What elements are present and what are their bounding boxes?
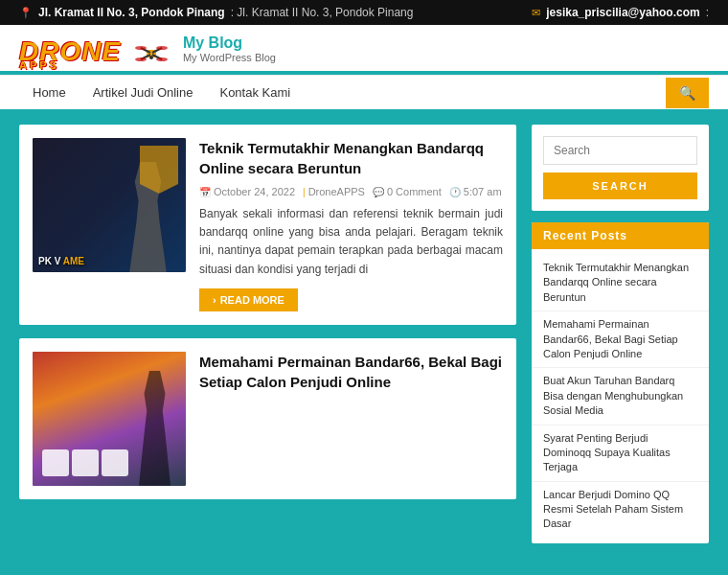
mail-icon — [532, 6, 540, 19]
search-input[interactable] — [543, 136, 697, 165]
post-content-1: Teknik Termutakhir Menangkan Bandarqq On… — [199, 138, 503, 311]
svg-point-8 — [156, 58, 168, 61]
post-comments-1: 💬 0 Comment — [373, 186, 442, 197]
post-title-1[interactable]: Teknik Termutakhir Menangkan Bandarqq On… — [199, 138, 503, 178]
thumbnail-image-1: PK V AME — [33, 138, 186, 272]
nav-home[interactable]: Home — [19, 76, 80, 109]
nav-artikel[interactable]: Artikel Judi Online — [80, 76, 207, 109]
calendar-icon: 📅 — [199, 187, 211, 197]
clock-icon: 🕐 — [449, 187, 461, 197]
post-excerpt-1: Banyak sekali informasi dan referensi te… — [199, 205, 503, 279]
thumb-label-1: PK V AME — [38, 256, 84, 266]
recent-post-item[interactable]: Lancar Berjudi Domino QQ Resmi Setelah P… — [532, 482, 709, 538]
search-widget-body: SEaRcH — [532, 125, 709, 211]
post-thumbnail: PK V AME — [33, 138, 186, 272]
svg-point-9 — [149, 56, 153, 59]
post-card: PK V AME Teknik Termutakhir Menangkan Ba… — [19, 125, 516, 325]
post-thumbnail-2 — [33, 352, 186, 486]
sidebar: SEaRcH Recent Posts Teknik Termutakhir M… — [532, 125, 709, 543]
nav-search-button[interactable]: 🔍 — [666, 78, 709, 108]
recent-post-item[interactable]: Memahami Permainan Bandar66, Bekal Bagi … — [532, 311, 709, 368]
recent-post-item[interactable]: Teknik Termutakhir Menangkan Bandarqq On… — [532, 255, 709, 311]
read-more-button-1[interactable]: › READ MORE — [199, 288, 298, 311]
search-button[interactable]: SEaRcH — [543, 172, 697, 199]
nav-kontak[interactable]: Kontak Kami — [206, 76, 304, 109]
svg-point-6 — [156, 46, 168, 50]
email-bold: jesika_priscilia@yahoo.com — [546, 6, 699, 19]
arrow-icon: › — [213, 294, 216, 306]
nav-bar: Home Artikel Judi Online Kontak Kami 🔍 — [0, 75, 728, 109]
recent-post-item[interactable]: Syarat Penting Berjudi Dominoqq Supaya K… — [532, 426, 709, 482]
blog-title[interactable]: My Blog — [183, 34, 276, 52]
post-card-2: Memahami Permainan Bandar66, Bekal Bagi … — [19, 338, 516, 499]
dice-1 — [42, 449, 69, 476]
dice-decoration — [42, 449, 128, 476]
user-icon: | — [303, 187, 306, 197]
address-bold: Jl. Kramat II No. 3, Pondok Pinang — [38, 6, 225, 19]
dice-2 — [72, 449, 99, 476]
logo-area: DRONE — [19, 36, 709, 71]
dice-3 — [102, 449, 128, 476]
post-date-1: 📅 October 24, 2022 — [199, 186, 295, 197]
address-info: Jl. Kramat II No. 3, Pondok Pinang : Jl.… — [19, 6, 413, 19]
logo[interactable]: DRONE — [19, 36, 170, 71]
email-rest: : — [706, 6, 709, 19]
thumbnail-image-2 — [33, 352, 186, 486]
email-info: jesika_priscilia@yahoo.com : — [532, 6, 709, 19]
post-time-1: 🕐 5:07 am — [449, 186, 502, 197]
site-header: DRONE — [0, 25, 728, 71]
blog-subtitle: My WordPress Blog — [183, 52, 276, 63]
drone-icon — [133, 36, 170, 67]
post-author-1: | DroneAPPS — [303, 186, 365, 197]
svg-point-5 — [135, 46, 147, 50]
post-meta-1: 📅 October 24, 2022 | DroneAPPS 💬 0 Comme… — [199, 186, 503, 197]
post-content-2: Memahami Permainan Bandar66, Bekal Bagi … — [199, 352, 503, 486]
recent-posts-list: Teknik Termutakhir Menangkan Bandarqq On… — [532, 249, 709, 543]
comment-icon: 💬 — [373, 187, 384, 197]
post-title-2[interactable]: Memahami Permainan Bandar66, Bekal Bagi … — [199, 352, 503, 392]
search-widget: SEaRcH — [532, 125, 709, 211]
top-bar: Jl. Kramat II No. 3, Pondok Pinang : Jl.… — [0, 0, 728, 25]
posts-column: PK V AME Teknik Termutakhir Menangkan Ba… — [19, 125, 516, 543]
pin-icon — [19, 6, 33, 19]
address-rest: : Jl. Kramat II No. 3, Pondok Pinang — [231, 6, 414, 19]
svg-point-7 — [135, 58, 147, 61]
nav-links: Home Artikel Judi Online Kontak Kami — [19, 76, 304, 109]
recent-posts-title: Recent Posts — [532, 222, 709, 249]
recent-post-item[interactable]: Buat Akun Taruhan Bandarq Bisa dengan Me… — [532, 368, 709, 425]
recent-posts-widget: Recent Posts Teknik Termutakhir Menangka… — [532, 222, 709, 543]
main-content: PK V AME Teknik Termutakhir Menangkan Ba… — [0, 109, 728, 559]
